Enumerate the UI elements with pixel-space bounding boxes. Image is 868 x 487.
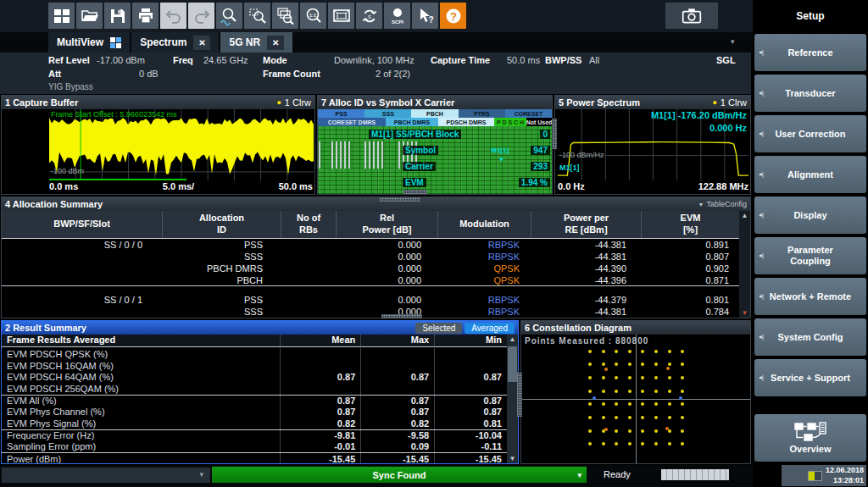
toolbar-help-button[interactable]: ? [440,3,466,29]
softkey-alignment-button[interactable]: ◂|Alignment [754,156,866,193]
window-allocation-summary[interactable]: 4 Allocation Summary ▼ TableConfig BWP/S… [1,196,751,318]
close-icon[interactable]: ✕ [267,36,284,50]
column-header-power-per[interactable]: Power perRE [dBm] [531,211,642,238]
tab-5g-nr[interactable]: 5G NR ✕ [220,32,292,53]
scrollbar-thumb[interactable] [508,346,517,382]
scroll-up-icon[interactable]: ▲ [507,335,518,343]
softkey-system-config-button[interactable]: ◂|System Config [754,318,866,356]
result-row[interactable]: Power (dBm)-15.45-15.45-15.45 [2,452,507,463]
result-row[interactable]: EVM PDSCH 16QAM (%) [2,360,507,372]
window-capture-buffer[interactable]: 1 Capture Buffer ● 1 Clrw Frame Start Of… [1,95,315,195]
splitter-handle[interactable] [553,119,557,149]
column-header-allocation[interactable]: AllocationID [163,211,281,238]
redo-icon [192,6,212,26]
scpi-icon: SCPI [387,6,408,26]
softkey-display-button[interactable]: ◂|Display [754,196,866,234]
toolbar-scpi-button[interactable]: SCPI [384,3,410,29]
column-header-modulation[interactable]: Modulation [438,211,531,238]
column-header-no-of[interactable]: No ofRBs [281,211,337,238]
toolbar-sequence-button[interactable]: s [356,3,382,29]
overview-button[interactable]: Overview [754,414,866,462]
softkey-network-remote-button[interactable]: ◂|Network + Remote [754,278,866,315]
column-header-rel[interactable]: RelPower [dB] [337,211,438,238]
freq-value[interactable]: 24.65 GHz [203,55,248,65]
scroll-down-icon[interactable]: ▼ [507,455,518,462]
capture-buffer-plot[interactable]: Frame Start Offset : 5.966023542 ms -100… [49,109,314,180]
window-select-dropdown[interactable]: ▾ [2,468,210,483]
alloc-map-plot[interactable]: M1[1] SS/PBCH Block0Symbol947Carrier293E… [318,126,552,194]
result-row[interactable]: EVM Phys Signal (%)0.820.820.81 [2,418,507,429]
result-row[interactable]: EVM PDSCH QPSK (%) [2,348,507,360]
toolbar-save-button[interactable] [104,3,131,29]
allocation-row[interactable]: SSS0.000RBPSK-44.3810.807 [2,251,739,263]
allocation-summary-scrollbar[interactable]: ▲ ▼ [739,211,750,318]
scroll-down-icon[interactable]: ▼ [739,309,750,317]
toolbar-zoom-multi-button[interactable] [272,3,298,29]
att-value[interactable]: 0 dB [139,69,159,79]
tab-overflow-dropdown[interactable]: ▾ [731,37,735,46]
allocation-row[interactable]: SS / 0 / 0PSS0.000RBPSK-44.3810.891 [2,239,739,251]
averaged-mode-button[interactable]: Averaged [465,323,515,334]
sequence-icon: s [359,6,380,26]
result-row[interactable]: Frequency Error (Hz)-9.81-9.58-10.04 [2,429,507,441]
constellation-point [654,390,658,393]
constellation-plot[interactable] [521,335,750,463]
ref-level-value[interactable]: -17.00 dBm [97,55,145,65]
splitter-handle[interactable] [381,314,422,318]
constellation-point [628,402,632,406]
softkey-user-correction-button[interactable]: ◂|User Correction [754,115,866,152]
allocation-summary-header: BWP/SF/SlotAllocationIDNo ofRBsRelPower … [2,211,739,239]
result-row[interactable]: EVM Phys Channel (%)0.870.870.87 [2,406,507,418]
marker-readout-row: Carrier293 [318,162,550,174]
window-constellation[interactable]: 6 Constellation Diagram Points Measured … [520,320,751,464]
toolbar-zoom-1-1-button[interactable]: 1:1 [300,3,326,29]
scroll-up-icon[interactable]: ▲ [739,212,750,219]
constellation-point [654,376,658,379]
result-row[interactable]: EVM All (%)0.870.870.87 [2,395,507,407]
window-power-spectrum[interactable]: 5 Power Spectrum ● 1 Clrw -100 dBm/Hz M1… [554,95,751,195]
allocation-row[interactable]: SSS0.000RBPSK-44.3810.784 [2,306,739,318]
allocation-row[interactable]: PBCH0.000QPSK-44.3960.871 [2,274,739,286]
camera-icon [681,5,703,27]
toolbar-zoom-select-button[interactable] [244,3,270,29]
dmrs-point [666,367,670,370]
result-row[interactable]: EVM PDSCH 256QAM (%) [2,383,507,395]
screenshot-button[interactable] [665,3,718,29]
table-config-button[interactable]: ▼ TableConfig [698,200,747,208]
zoom-signal-icon [220,6,240,26]
softkey-service-support-button[interactable]: ◂|Service + Support [754,359,866,396]
toolbar-open-folder-button[interactable] [76,3,103,29]
tab-multiview[interactable]: MultiView [48,32,130,53]
window-result-summary[interactable]: 2 Result Summary Selected Averaged Frame… [1,320,519,464]
toolbar-windows-logo-button[interactable] [48,3,75,29]
tab-spectrum[interactable]: Spectrum ✕ [131,32,219,53]
allocation-row[interactable]: SS / 0 / 1PSS0.000RBPSK-44.3790.801 [2,294,739,306]
splitter-handle[interactable] [380,197,420,202]
toolbar-display-frame-button[interactable] [328,3,354,29]
sync-status-banner[interactable]: Sync Found ▾ [212,467,587,483]
softkey-reference-button[interactable]: ◂|Reference [754,34,866,71]
softkey-transducer-button[interactable]: ◂|Transducer [754,75,866,112]
allocation-row[interactable]: PBCH DMRS0.000QPSK-44.3900.902 [2,263,739,274]
column-header-mean[interactable]: Mean [281,335,361,346]
column-header-min[interactable]: Min [435,335,507,346]
column-header-bwp-sf-slot[interactable]: BWP/SF/Slot [2,211,163,238]
mode-value[interactable]: Downlink, 100 MHz [334,55,415,65]
splitter-handle[interactable] [403,190,427,194]
window-alloc-map[interactable]: 7 Alloc ID vs Symbol X Carrier PSSSSSPBC… [317,95,553,195]
capture-time-value[interactable]: 50.0 ms [507,55,540,65]
toolbar-print-button[interactable] [132,3,159,29]
close-icon[interactable]: ✕ [193,36,210,50]
selected-mode-button[interactable]: Selected [415,323,462,334]
frame-count-value[interactable]: 2 of 2(2) [376,69,410,79]
result-row[interactable]: Sampling Error (ppm)-0.010.09-0.11 [2,441,507,453]
result-row[interactable]: EVM PDSCH 64QAM (%)0.870.870.87 [2,371,507,383]
column-header-evm[interactable]: EVM[%] [642,211,739,238]
bwp-ss-value[interactable]: All [589,55,599,65]
toolbar-zoom-signal-button[interactable] [216,3,242,29]
column-header-max[interactable]: Max [361,335,435,346]
column-header-frame-results-averaged[interactable]: Frame Results Averaged [2,335,281,346]
softkey-parameter-coupling-button[interactable]: ◂|Parameter Coupling [754,237,866,274]
splitter-handle[interactable] [517,373,522,417]
toolbar-help-pointer-button[interactable]: ? [412,3,438,29]
